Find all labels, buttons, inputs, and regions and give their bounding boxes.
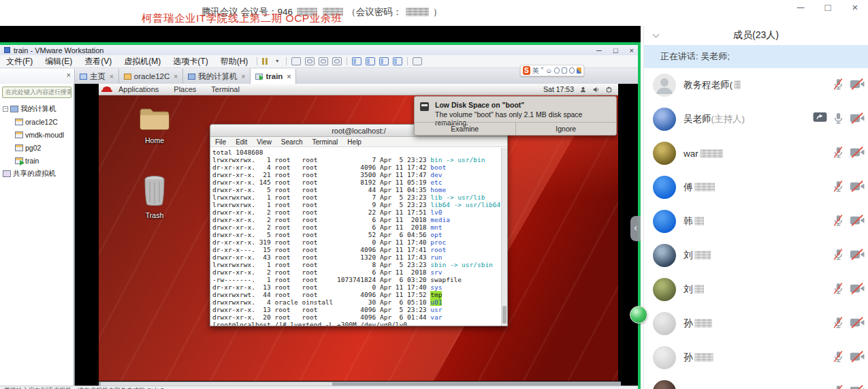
home-desktop-icon[interactable]: Home [131, 106, 178, 144]
member-row[interactable]: 刘 [644, 238, 868, 273]
vmware-restore-button[interactable]: □ [613, 46, 618, 55]
trash-desktop-icon[interactable]: Trash [131, 175, 178, 219]
floating-ball-icon[interactable] [630, 306, 647, 324]
vmware-menu-5[interactable]: 帮助(H) [214, 56, 255, 67]
mic-muted-icon[interactable] [832, 282, 845, 298]
tab-主页[interactable]: 主页× [75, 69, 119, 84]
camera-off-icon[interactable] [850, 283, 865, 297]
tab-close-icon[interactable]: × [110, 73, 114, 80]
volume-icon[interactable] [592, 86, 600, 93]
suspend-dropdown-icon[interactable]: ▾ [276, 57, 281, 65]
terminal-menu-file[interactable]: File [210, 138, 231, 146]
member-row[interactable]: 傅 [644, 170, 868, 204]
panel-collapse-handle[interactable]: ‹ [630, 216, 641, 241]
show-library-button[interactable] [352, 57, 361, 65]
vmware-minimize-button[interactable]: ─ [596, 46, 602, 55]
tree-node-my-computer[interactable]: − 我的计算机 [0, 102, 74, 115]
member-row[interactable]: 孙 [644, 341, 868, 375]
revert-snapshot-button[interactable] [319, 57, 328, 65]
mic-muted-icon[interactable] [832, 146, 845, 161]
vmware-menu-2[interactable]: 查看(V) [78, 56, 118, 67]
close-button[interactable]: × [849, 1, 861, 13]
gnome-menu-places[interactable]: Places [166, 85, 204, 93]
tree-node-vm-train[interactable]: train [0, 154, 74, 167]
suspend-button[interactable] [262, 57, 272, 65]
vmware-menu-3[interactable]: 虚拟机(M) [118, 56, 167, 67]
sogou-logo-icon[interactable]: S [523, 66, 530, 75]
member-row[interactable]: 韩 [644, 204, 868, 238]
handwriting-icon[interactable] [569, 67, 575, 74]
maximize-button[interactable]: □ [822, 1, 834, 13]
camera-off-icon[interactable] [850, 146, 865, 161]
terminal-scrollbar-thumb[interactable] [502, 306, 507, 324]
camera-off-icon[interactable] [850, 215, 865, 229]
tab-train[interactable]: train× [251, 69, 296, 84]
camera-off-icon[interactable] [850, 351, 865, 365]
mic-muted-icon[interactable] [832, 350, 845, 366]
mic-muted-icon[interactable] [832, 248, 845, 264]
library-search-input[interactable]: 在此处键入内容进行搜索 ▼ [2, 87, 71, 98]
screen-sharing-icon[interactable] [813, 112, 827, 127]
member-row[interactable]: 吴老师(主持人) [644, 102, 868, 136]
mic-live-icon[interactable] [832, 112, 845, 127]
member-row[interactable]: 教务程老师( [644, 68, 868, 102]
mic-muted-icon[interactable] [832, 180, 845, 196]
member-row[interactable]: war [644, 136, 868, 170]
tree-node-vm-oracle12C[interactable]: oracle12C [0, 115, 74, 128]
terminal-menu-help[interactable]: Help [342, 138, 366, 146]
gnome-menu-applications[interactable]: Applications [111, 85, 166, 93]
tree-node-vm-pg02[interactable]: pg02 [0, 141, 74, 154]
take-snapshot-button[interactable] [305, 57, 315, 65]
gnome-menu-terminal[interactable]: Terminal [204, 85, 247, 93]
examine-button[interactable]: Examine [415, 123, 515, 135]
sogou-ime-bar[interactable]: S 英 ” ☺ [520, 65, 584, 76]
unity-mode-button[interactable] [393, 57, 402, 65]
tab-我的计算机[interactable]: 我的计算机× [183, 69, 251, 84]
tree-node-vm-vmdk-moudl[interactable]: vmdk-moudl [0, 128, 74, 141]
camera-off-icon[interactable] [850, 112, 865, 127]
gnome-clock[interactable]: Sat 17:53 [543, 85, 574, 93]
tab-close-icon[interactable]: × [174, 73, 178, 80]
camera-off-icon[interactable] [850, 78, 865, 93]
power-icon[interactable] [605, 86, 613, 93]
send-ctrl-alt-del-button[interactable] [291, 57, 301, 65]
mic-muted-icon[interactable] [832, 78, 845, 93]
ime-skin-grid-icon[interactable] [577, 67, 581, 74]
vmware-menu-4[interactable]: 选项卡(T) [167, 56, 214, 67]
mic-muted-icon[interactable] [832, 214, 845, 230]
camera-off-icon[interactable] [850, 249, 865, 263]
vmware-menu-1[interactable]: 编辑(E) [39, 56, 78, 67]
ignore-button[interactable]: Ignore [515, 123, 617, 135]
vmware-menu-0[interactable]: 文件(F) [0, 56, 39, 67]
user-status-icon[interactable] [579, 86, 587, 93]
tab-close-icon[interactable]: × [242, 73, 246, 80]
snapshot-manager-button[interactable] [332, 57, 342, 65]
mic-muted-icon[interactable] [832, 316, 845, 332]
terminal-menu-edit[interactable]: Edit [231, 138, 252, 146]
camera-off-icon[interactable] [850, 317, 865, 331]
show-thumbnail-bar-button[interactable] [366, 57, 375, 65]
mic-muted-icon[interactable] [832, 384, 845, 389]
member-row[interactable]: 孙 [644, 307, 868, 341]
vm-console[interactable]: ApplicationsPlacesTerminal Sat 17:53 [75, 84, 638, 388]
terminal-window[interactable]: root@localhost:/ FileEditViewSearchTermi… [210, 124, 508, 326]
tree-expander-icon[interactable]: − [3, 106, 8, 112]
camera-off-icon[interactable] [850, 385, 865, 389]
tab-oracle12C[interactable]: oracle12C× [119, 69, 183, 84]
terminal-menu-search[interactable]: Search [276, 138, 308, 146]
tab-close-icon[interactable]: × [287, 73, 291, 80]
terminal-menu-terminal[interactable]: Terminal [308, 138, 343, 146]
emoji-icon[interactable]: ☺ [545, 65, 552, 76]
terminal-scrollbar[interactable] [501, 148, 507, 326]
member-row[interactable]: 刘 [644, 273, 868, 307]
library-close-icon[interactable]: × [67, 71, 71, 79]
member-row[interactable] [644, 375, 868, 389]
punctuation-icon[interactable]: ” [541, 65, 543, 76]
vmware-titlebar[interactable]: train - VMware Workstation ─ □ × [0, 45, 638, 55]
minimize-button[interactable]: ─ [794, 1, 807, 13]
ime-language-toggle[interactable]: 英 [532, 65, 539, 76]
camera-off-icon[interactable] [850, 181, 865, 195]
vmware-close-button[interactable]: × [630, 46, 634, 55]
voice-input-icon[interactable] [554, 67, 560, 74]
guest-desktop[interactable]: ApplicationsPlacesTerminal Sat 17:53 [99, 84, 618, 381]
